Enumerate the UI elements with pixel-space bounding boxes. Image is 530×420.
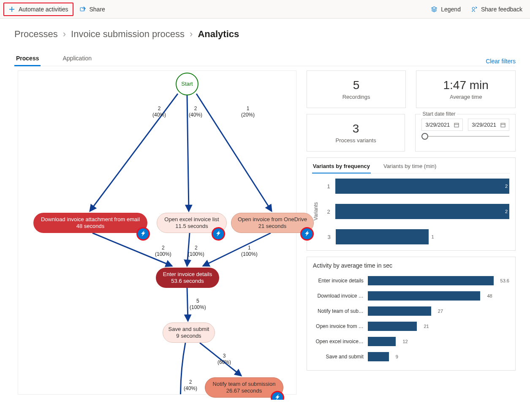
- edge-label: 3(60%): [217, 353, 231, 366]
- share-label: Share: [90, 6, 105, 13]
- activity-panel-title: Activity by average time in sec: [313, 262, 509, 269]
- activity-bar-row[interactable]: Notify team of sub…27: [313, 303, 509, 319]
- svg-rect-0: [80, 8, 84, 11]
- breadcrumb-process[interactable]: Invoice submission process: [71, 29, 185, 40]
- flow-node-download-invoice[interactable]: Download invoice attachment from email48…: [33, 213, 147, 233]
- plus-icon: [8, 6, 15, 13]
- date-from-input[interactable]: 3/29/2021: [421, 119, 463, 131]
- svg-rect-3: [501, 123, 505, 127]
- activity-chart[interactable]: Enter invoice details53.6Download invoic…: [313, 273, 509, 364]
- share-icon: [79, 6, 86, 13]
- automate-badge-icon[interactable]: [300, 227, 314, 241]
- automate-activities-button[interactable]: Automate activities: [3, 3, 73, 16]
- variants-bar-row[interactable]: 12: [323, 179, 509, 194]
- variants-ylabel: Variants: [313, 202, 319, 220]
- breadcrumb-root[interactable]: Processes: [14, 29, 58, 40]
- automate-label: Automate activities: [19, 6, 68, 13]
- share-feedback-button[interactable]: Share feedback: [467, 3, 527, 15]
- activity-bar-row[interactable]: Open invoice from …21: [313, 319, 509, 334]
- variants-panel: Variants by frequency Variants by time (…: [307, 157, 516, 251]
- slider-knob[interactable]: [421, 133, 428, 140]
- clear-filters-link[interactable]: Clear filters: [486, 58, 516, 65]
- main-tabs: Process Application: [14, 51, 93, 66]
- date-filter-card: Start date filter 3/29/2021 3/29/2021: [415, 114, 516, 152]
- chevron-right-icon: ›: [63, 29, 66, 40]
- stat-row-1: 5 Recordings 1:47 min Average time: [307, 70, 516, 108]
- flow-node-save-submit[interactable]: Save and submit9 seconds: [163, 322, 215, 343]
- svg-point-1: [472, 7, 475, 10]
- date-filter-title: Start date filter: [421, 111, 457, 117]
- edge-label: 2(40%): [152, 106, 166, 118]
- edge-label: 1(20%): [241, 106, 255, 118]
- activity-bar-row[interactable]: Download invoice …48: [313, 288, 509, 303]
- calendar-icon: [500, 122, 506, 127]
- variants-chart[interactable]: 122231: [323, 179, 509, 244]
- activity-bar-row[interactable]: Enter invoice details53.6: [313, 273, 509, 288]
- edge-label: 1(100%): [241, 245, 258, 257]
- right-column: 5 Recordings 1:47 min Average time 3 Pro…: [307, 70, 516, 395]
- chevron-right-icon: ›: [190, 29, 193, 40]
- variants-bar-row[interactable]: 31: [323, 229, 509, 244]
- activity-panel: Activity by average time in sec Enter in…: [307, 257, 516, 371]
- variants-bar-row[interactable]: 22: [323, 204, 509, 219]
- activity-bar-row[interactable]: Save and submit9: [313, 349, 509, 364]
- edge-label: 2(40%): [189, 106, 202, 118]
- edge-label: 2(40%): [184, 379, 197, 392]
- legend-button[interactable]: Legend: [427, 3, 465, 15]
- share-button[interactable]: Share: [75, 3, 109, 15]
- edge-label: 2(100%): [188, 245, 204, 257]
- date-slider[interactable]: [421, 136, 509, 137]
- activity-bar-row[interactable]: Open excel invoice…12: [313, 334, 509, 349]
- breadcrumb: Processes › Invoice submission process ›…: [14, 29, 516, 40]
- layout: Start Download invoice attachment from e…: [18, 68, 516, 395]
- svg-rect-2: [454, 123, 459, 127]
- feedback-label: Share feedback: [481, 6, 522, 13]
- stat-row-2: 3 Process variants Start date filter 3/2…: [307, 114, 516, 152]
- toolbar: Automate activities Share Legend Share f…: [0, 0, 530, 19]
- stat-average-time[interactable]: 1:47 min Average time: [416, 70, 516, 108]
- variants-panel-tabs: Variants by frequency Variants by time (…: [312, 161, 510, 173]
- layers-icon: [431, 6, 438, 13]
- process-map-panel[interactable]: Start Download invoice attachment from e…: [18, 70, 296, 395]
- tab-process[interactable]: Process: [14, 51, 41, 66]
- toolbar-left: Automate activities Share: [3, 3, 109, 16]
- date-to-input[interactable]: 3/29/2021: [468, 119, 509, 131]
- feedback-icon: [471, 6, 478, 13]
- tab-variants-frequency[interactable]: Variants by frequency: [312, 161, 371, 173]
- flow-node-start[interactable]: Start: [176, 73, 198, 95]
- flow-node-enter-details[interactable]: Enter invoice details53.6 seconds: [156, 268, 219, 288]
- toolbar-right: Legend Share feedback: [427, 3, 527, 15]
- edge-label: 2(100%): [155, 245, 171, 257]
- legend-label: Legend: [441, 6, 461, 13]
- breadcrumb-current: Analytics: [198, 29, 239, 40]
- calendar-icon: [454, 122, 459, 127]
- tab-variants-time[interactable]: Variants by time (min): [383, 161, 437, 173]
- stat-recordings[interactable]: 5 Recordings: [307, 70, 406, 108]
- tab-application[interactable]: Application: [61, 51, 93, 66]
- tabs-row: Process Application Clear filters: [14, 51, 516, 66]
- edge-label: 5(100%): [190, 298, 206, 311]
- automate-badge-icon[interactable]: [136, 227, 150, 241]
- content: Processes › Invoice submission process ›…: [0, 19, 530, 400]
- stat-process-variants[interactable]: 3 Process variants: [307, 114, 405, 152]
- automate-badge-icon[interactable]: [212, 227, 225, 241]
